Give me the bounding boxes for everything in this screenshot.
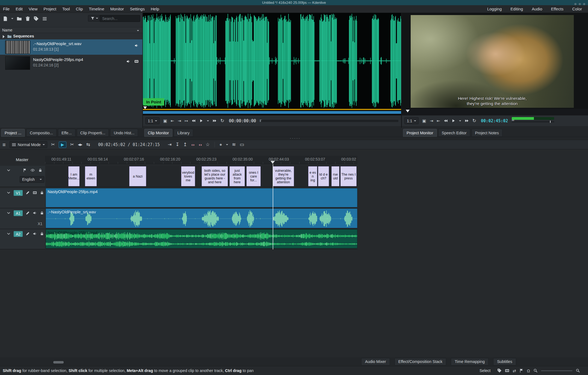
splitter-handle[interactable] <box>0 137 588 140</box>
menu-file[interactable]: File <box>0 7 13 11</box>
edit-mode-select[interactable]: Normal Mode <box>10 141 47 148</box>
search-input[interactable] <box>100 15 140 22</box>
track-name-badge[interactable]: A2 <box>14 231 23 237</box>
tab-effe[interactable]: Effe... <box>58 129 75 137</box>
monitor-overlay-icon[interactable]: ▣ <box>163 119 167 123</box>
track-name-badge[interactable]: A1 <box>14 210 23 216</box>
edit-track-icon[interactable] <box>26 211 30 215</box>
zoom-out-icon[interactable] <box>533 368 538 373</box>
expander-icon[interactable] <box>3 35 6 38</box>
show-subtitles-icon[interactable] <box>31 168 35 172</box>
collapse-track-icon[interactable] <box>7 211 11 215</box>
tab-speech-editor[interactable]: Speech Editor <box>438 129 470 137</box>
filter-dropdown[interactable] <box>88 15 101 22</box>
swap-tracks-icon[interactable]: ⇄ <box>513 369 516 373</box>
monitor-zoom-select[interactable]: 1:1 <box>145 117 160 124</box>
panel-tab-audio-mixer[interactable]: Audio Mixer <box>361 358 390 365</box>
bin-menu-icon[interactable] <box>42 16 47 21</box>
tab-project-monitor[interactable]: Project Monitor <box>403 129 437 137</box>
workspace-logging[interactable]: Logging <box>487 7 502 11</box>
subtitle-clip[interactable]: vulnerable, they're getting the attentio… <box>273 166 294 186</box>
subtitle-clip[interactable]: The nes I press <box>340 166 357 186</box>
timeline-clip[interactable]: .~NastyOldPeople_srt.wav <box>46 208 357 228</box>
forward-icon[interactable] <box>213 119 217 123</box>
play-icon[interactable] <box>199 119 203 123</box>
master-track-button[interactable]: Master <box>16 157 28 162</box>
workspace-audio[interactable]: Audio <box>532 7 542 11</box>
spacer-tool-icon[interactable]: ⇆ <box>86 142 90 147</box>
timeline-scrollbar[interactable] <box>53 361 64 364</box>
zone-out-icon[interactable]: ⇤ <box>437 119 440 123</box>
collapse-track-icon[interactable] <box>7 232 11 236</box>
rewind-icon[interactable] <box>192 119 196 123</box>
zone-start-icon[interactable]: ⇤ <box>171 119 174 123</box>
create-folder-icon[interactable] <box>17 16 22 21</box>
panel-tab-time-remapping[interactable]: Time Remapping <box>451 358 489 365</box>
bin-clip-row[interactable]: NastyOldPeople-25fps.mp401:24:24:16 [2] <box>0 55 142 71</box>
timeline-clip[interactable]: NastyOldPeople-25fps.mp4 <box>46 229 357 248</box>
menu-tool[interactable]: Tool <box>59 7 73 11</box>
zone-bar[interactable] <box>143 109 401 110</box>
mix-clips-icon[interactable]: ◖◗ <box>191 143 195 147</box>
subtitle-clip[interactable]: just attack from here <box>230 166 245 186</box>
menu-edit[interactable]: Edit <box>13 7 26 11</box>
subtitle-track-lane[interactable]: I am Mette...m eteena Naziverybod loves … <box>46 166 357 187</box>
subtitle-clip[interactable]: I am Mette... <box>68 166 80 186</box>
mute-track-icon[interactable] <box>33 232 37 236</box>
subtitle-track-header[interactable]: English <box>0 166 45 187</box>
tag-icon[interactable] <box>497 368 502 373</box>
edit-track-icon[interactable] <box>26 191 30 195</box>
bin-folder-row[interactable]: Sequences <box>0 34 142 40</box>
zoom-in-icon[interactable] <box>576 368 580 373</box>
tab-library[interactable]: Library <box>174 129 193 137</box>
lock-track-icon[interactable] <box>40 232 44 236</box>
playhead-marker[interactable] <box>271 161 275 164</box>
extract-zone-icon[interactable]: ↥ <box>183 142 187 147</box>
rewind-icon[interactable] <box>444 119 448 123</box>
workspace-effects[interactable]: Effects <box>551 7 564 11</box>
monitor-overlay-icon[interactable]: ▣ <box>422 119 426 123</box>
menu-project[interactable]: Project <box>40 7 59 11</box>
selection-tool-icon[interactable]: ▶ <box>59 141 66 148</box>
subtitle-clip[interactable]: a Nazi <box>129 166 146 186</box>
menu-help[interactable]: Help <box>148 7 162 11</box>
flag-icon[interactable] <box>519 368 524 373</box>
monitor-mini-ruler[interactable] <box>402 109 588 115</box>
favorite-effects-icon[interactable]: ☆ <box>205 142 210 147</box>
play-icon[interactable] <box>451 119 455 123</box>
audio-waveform-display[interactable] <box>143 13 401 109</box>
menu-timeline[interactable]: Timeline <box>86 7 107 11</box>
subtitle-language-select[interactable]: English <box>20 176 44 183</box>
subtitle-clip[interactable]: both sides, so let's place our guards he… <box>202 166 228 186</box>
mute-track-icon[interactable] <box>33 211 37 215</box>
collapse-track-icon[interactable] <box>7 168 11 172</box>
menu-clip[interactable]: Clip <box>73 7 86 11</box>
bin-clip-row[interactable]: .~NastyOldPeople_srt.wav01:24:18:13 [1] <box>0 39 142 55</box>
zone-in-icon[interactable]: ⇥ <box>430 119 433 123</box>
menu-view[interactable]: View <box>26 7 40 11</box>
zone-in-icon[interactable]: ⇥ <box>178 119 181 123</box>
playhead-marker[interactable] <box>406 110 410 112</box>
zoom-slider[interactable] <box>541 370 572 371</box>
razor-cut-icon[interactable]: ✂ <box>51 142 55 147</box>
playhead-line[interactable] <box>273 164 273 249</box>
audio-mixer-icon[interactable]: ≋ <box>232 142 236 147</box>
lock-subtitles-icon[interactable] <box>38 168 42 172</box>
subtitle-clip[interactable]: ones I care for... <box>246 166 261 186</box>
title-bar[interactable]: Untitled */ 416x240 25.00fps — Kdenlive <box>0 0 588 5</box>
menu-settings[interactable]: Settings <box>127 7 148 11</box>
same-track-transition-icon[interactable]: ◖◗ <box>198 143 202 147</box>
collapse-track-icon[interactable] <box>7 191 11 195</box>
timeline-clip[interactable]: NastyOldPeople-25fps.mp4 <box>46 188 357 207</box>
subtitle-tool-icon[interactable]: ▭ <box>240 142 244 147</box>
subtitle-clip[interactable]: rse uld <box>331 166 339 186</box>
timeline-menu-icon[interactable]: ≡ <box>2 142 6 147</box>
lock-track-icon[interactable] <box>40 211 44 215</box>
edit-track-icon[interactable] <box>26 232 30 236</box>
add-clip-icon[interactable] <box>3 16 8 21</box>
insert-zone-icon[interactable]: ⇥ <box>168 142 172 147</box>
workspace-editing[interactable]: Editing <box>510 7 523 11</box>
panel-tab-effect-composition-stack[interactable]: Effect/Composition Stack <box>395 358 446 365</box>
track-name-badge[interactable]: V1 <box>14 190 23 196</box>
track-lane-a1[interactable]: .~NastyOldPeople_srt.wav <box>46 208 357 229</box>
